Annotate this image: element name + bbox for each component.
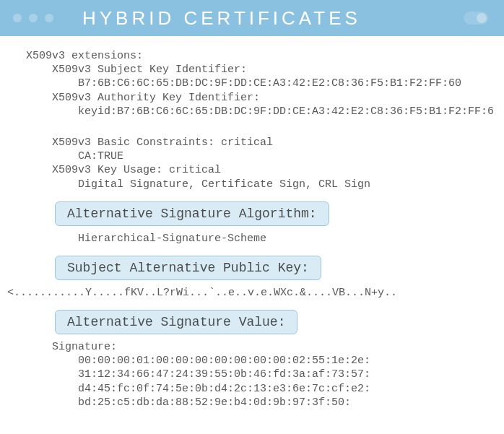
signature-line: 00:00:00:01:00:00:00:00:00:00:00:02:55:1… [78, 355, 370, 367]
basic-constraints-label: X509v3 Basic Constraints: critical [52, 136, 273, 149]
minimize-icon[interactable] [29, 14, 38, 22]
aki-value: keyid:B7:6B:C6:6C:65:DB:DC:9F:DD:CE:A3:4… [78, 105, 494, 118]
alt-sig-algorithm-value: Hierarchical-Signature-Scheme [26, 232, 497, 246]
key-usage-value: Digital Signature, Certificate Sign, CRL… [78, 178, 370, 191]
close-icon[interactable] [13, 14, 22, 22]
basic-constraints-value: CA:TRUE [78, 150, 123, 162]
toggle-knob [477, 13, 487, 23]
window-title: HYBRID CERTIFICATES [82, 7, 361, 30]
signature-block: Signature: 00:00:00:01:00:00:00:00:00:00… [26, 340, 497, 409]
key-usage-label: X509v3 Key Usage: critical [52, 164, 221, 176]
window-titlebar: HYBRID CERTIFICATES [0, 0, 504, 36]
alt-sig-algorithm-badge: Alternative Signature Algorithm: [55, 201, 329, 226]
signature-line: d4:45:fc:0f:74:5e:0b:d4:2c:13:e3:6e:7c:c… [78, 383, 370, 395]
x509-extensions-block: X509v3 extensions: X509v3 Subject Key Id… [26, 49, 497, 118]
alt-public-key-badge: Subject Alternative Public Key: [55, 256, 321, 280]
alt-public-key-value: <...........Y.....fKV..L?rWi...`..e..v.e… [7, 286, 497, 300]
theme-toggle[interactable] [464, 12, 488, 25]
window-controls [13, 14, 53, 22]
extensions-heading: X509v3 extensions: [26, 50, 143, 62]
certificate-body: X509v3 extensions: X509v3 Subject Key Id… [0, 36, 504, 434]
signature-line: 31:12:34:66:47:24:39:55:0b:46:fd:3a:af:7… [78, 368, 370, 381]
signature-label: Signature: [52, 341, 117, 353]
aki-label: X509v3 Authority Key Identifier: [52, 92, 260, 104]
zoom-icon[interactable] [45, 14, 53, 22]
ski-value: B7:6B:C6:6C:65:DB:DC:9F:DD:CE:A3:42:E2:C… [78, 77, 461, 90]
signature-line: bd:25:c5:db:da:88:52:9e:b4:0d:9b:97:3f:5… [78, 396, 351, 409]
ski-label: X509v3 Subject Key Identifier: [52, 64, 247, 76]
constraints-block: X509v3 Basic Constraints: critical CA:TR… [26, 136, 497, 191]
alt-sig-value-badge: Alternative Signature Value: [55, 310, 297, 334]
